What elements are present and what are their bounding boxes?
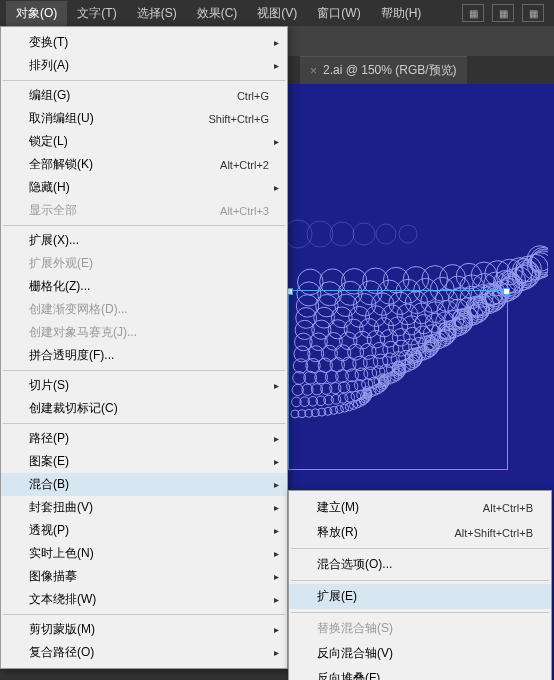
close-icon[interactable]: ×	[310, 64, 317, 78]
menu-item[interactable]: 文本绕排(W)	[1, 588, 287, 611]
menu-item[interactable]: 剪切蒙版(M)	[1, 618, 287, 641]
submenu-item[interactable]: 反向堆叠(F)	[289, 666, 551, 680]
menu-item-label: 路径(P)	[29, 430, 269, 447]
menu-视图[interactable]: 视图(V)	[247, 1, 307, 26]
menu-item[interactable]: 混合(B)	[1, 473, 287, 496]
svg-point-240	[288, 220, 312, 248]
menu-item-label: 锁定(L)	[29, 133, 269, 150]
submenu-item-label: 反向混合轴(V)	[317, 645, 533, 662]
menu-item[interactable]: 隐藏(H)	[1, 176, 287, 199]
menu-窗口[interactable]: 窗口(W)	[307, 1, 370, 26]
menu-item-label: 隐藏(H)	[29, 179, 269, 196]
menu-item-label: 切片(S)	[29, 377, 269, 394]
submenu-item[interactable]: 释放(R)Alt+Shift+Ctrl+B	[289, 520, 551, 545]
submenu-shortcut: Alt+Shift+Ctrl+B	[454, 527, 533, 539]
submenu-item-label: 扩展(E)	[317, 588, 533, 605]
menu-item-label: 创建裁切标记(C)	[29, 400, 269, 417]
menu-item-label: 封套扭曲(V)	[29, 499, 269, 516]
menu-item[interactable]: 锁定(L)	[1, 130, 287, 153]
submenu-item: 替换混合轴(S)	[289, 616, 551, 641]
menu-item[interactable]: 图案(E)	[1, 450, 287, 473]
submenu-item-label: 混合选项(O)...	[317, 556, 533, 573]
submenu-item-label: 释放(R)	[317, 524, 454, 541]
menu-shortcut: Ctrl+G	[237, 90, 269, 102]
menu-item[interactable]: 创建裁切标记(C)	[1, 397, 287, 420]
menu-item[interactable]: 路径(P)	[1, 427, 287, 450]
menu-item-label: 复合路径(O)	[29, 644, 269, 661]
menu-item[interactable]: 透视(P)	[1, 519, 287, 542]
menu-item[interactable]: 复合路径(O)	[1, 641, 287, 664]
menu-item: 显示全部Alt+Ctrl+3	[1, 199, 287, 222]
submenu-shortcut: Alt+Ctrl+B	[483, 502, 533, 514]
submenu-item[interactable]: 建立(M)Alt+Ctrl+B	[289, 495, 551, 520]
menu-item[interactable]: 封套扭曲(V)	[1, 496, 287, 519]
menu-item[interactable]: 取消编组(U)Shift+Ctrl+G	[1, 107, 287, 130]
menu-文字[interactable]: 文字(T)	[67, 1, 126, 26]
menu-item-label: 取消编组(U)	[29, 110, 208, 127]
menu-选择[interactable]: 选择(S)	[127, 1, 187, 26]
menu-item[interactable]: 切片(S)	[1, 374, 287, 397]
menu-item[interactable]: 全部解锁(K)Alt+Ctrl+2	[1, 153, 287, 176]
menu-item-label: 文本绕排(W)	[29, 591, 269, 608]
menu-item-label: 显示全部	[29, 202, 220, 219]
separator	[3, 614, 285, 615]
grid-icon[interactable]: ▦	[462, 4, 484, 22]
menu-对象[interactable]: 对象(O)	[6, 1, 67, 26]
separator	[3, 423, 285, 424]
menu-item[interactable]: 排列(A)	[1, 54, 287, 77]
menu-item-label: 拼合透明度(F)...	[29, 347, 269, 364]
menu-item[interactable]: 实时上色(N)	[1, 542, 287, 565]
menu-item-label: 实时上色(N)	[29, 545, 269, 562]
svg-point-242	[330, 222, 354, 246]
menu-item-label: 图案(E)	[29, 453, 269, 470]
tab-label: 2.ai @ 150% (RGB/预览)	[323, 62, 457, 79]
separator	[291, 580, 549, 581]
submenu-item[interactable]: 反向混合轴(V)	[289, 641, 551, 666]
svg-point-243	[353, 223, 375, 245]
submenu-item[interactable]: 混合选项(O)...	[289, 552, 551, 577]
separator	[3, 80, 285, 81]
separator	[3, 370, 285, 371]
svg-point-245	[399, 225, 417, 243]
menu-item[interactable]: 拼合透明度(F)...	[1, 344, 287, 367]
menu-item-label: 透视(P)	[29, 522, 269, 539]
artboard-icon[interactable]: ▦	[492, 4, 514, 22]
menu-item-label: 变换(T)	[29, 34, 269, 51]
separator	[3, 225, 285, 226]
menu-效果[interactable]: 效果(C)	[187, 1, 248, 26]
submenu-item-label: 替换混合轴(S)	[317, 620, 533, 637]
menu-item: 创建渐变网格(D)...	[1, 298, 287, 321]
menubar: 对象(O)文字(T)选择(S)效果(C)视图(V)窗口(W)帮助(H)▦▦▦	[0, 0, 554, 26]
menu-item: 创建对象马赛克(J)...	[1, 321, 287, 344]
menu-shortcut: Shift+Ctrl+G	[208, 113, 269, 125]
menu-item-label: 图像描摹	[29, 568, 269, 585]
object-menu: 变换(T)排列(A)编组(G)Ctrl+G取消编组(U)Shift+Ctrl+G…	[0, 26, 288, 669]
blend-submenu: 建立(M)Alt+Ctrl+B释放(R)Alt+Shift+Ctrl+B混合选项…	[288, 490, 552, 680]
menu-item[interactable]: 编组(G)Ctrl+G	[1, 84, 287, 107]
menu-item-label: 创建对象马赛克(J)...	[29, 324, 269, 341]
arrange-icon[interactable]: ▦	[522, 4, 544, 22]
menu-item-label: 扩展外观(E)	[29, 255, 269, 272]
menu-item-label: 混合(B)	[29, 476, 269, 493]
menu-item-label: 栅格化(Z)...	[29, 278, 269, 295]
menu-item[interactable]: 扩展(X)...	[1, 229, 287, 252]
menu-item[interactable]: 变换(T)	[1, 31, 287, 54]
menu-item-label: 剪切蒙版(M)	[29, 621, 269, 638]
selection-box[interactable]	[288, 290, 508, 470]
svg-point-244	[376, 224, 396, 244]
menu-item-label: 排列(A)	[29, 57, 269, 74]
menu-shortcut: Alt+Ctrl+3	[220, 205, 269, 217]
menu-shortcut: Alt+Ctrl+2	[220, 159, 269, 171]
menu-item-label: 编组(G)	[29, 87, 237, 104]
submenu-item[interactable]: 扩展(E)	[289, 584, 551, 609]
menu-帮助[interactable]: 帮助(H)	[371, 1, 432, 26]
menu-item[interactable]: 栅格化(Z)...	[1, 275, 287, 298]
separator	[291, 612, 549, 613]
menu-item-label: 全部解锁(K)	[29, 156, 220, 173]
menu-item-label: 扩展(X)...	[29, 232, 269, 249]
svg-point-241	[307, 221, 333, 247]
submenu-item-label: 建立(M)	[317, 499, 483, 516]
document-tab[interactable]: × 2.ai @ 150% (RGB/预览)	[300, 56, 467, 84]
menu-item[interactable]: 图像描摹	[1, 565, 287, 588]
separator	[291, 548, 549, 549]
